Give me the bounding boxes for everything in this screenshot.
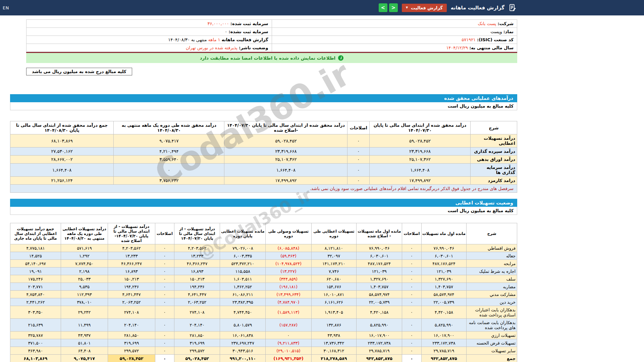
column-header: تسهیلات اعطایی طی دوره [311,223,357,244]
value-cell: ۰ [402,252,421,260]
amounts-unit-box: کلیه مبالغ درج شده به میلیون ریال می باش… [26,68,132,75]
table-row: جعاله۶,۰۳۰,۶۰۱۰۶,۰۳۰,۶۰۱۳۲,۰۹۷(۵۹,۳۶۳)۶,… [10,252,517,260]
value-cell: ۱۶,۰۱۰,۸۷۱ [311,291,357,298]
value-cell: ۱,۶۰۳,۵۱۱ [220,275,266,283]
report-type-dropdown[interactable]: گزارش فعالیت ▼ [402,4,447,12]
value-cell: ۰ [402,291,421,298]
value-cell: ۱۶,۸۹۳ [174,267,220,275]
value-cell: ۱۶,۰۱۷,۹۰۰ [421,331,467,339]
company-row: شرکت: پست بانک سرمایه ثبت شده: ۳۶,۰۰۰,۰۰… [26,20,517,28]
nav-back-button[interactable]: < [379,3,387,12]
company-info-table: شرکت: پست بانک سرمایه ثبت شده: ۳۶,۰۰۰,۰۰… [26,19,517,52]
value-cell: ۴,۷۴۴,۴۵۰ [220,306,266,319]
value-cell: ۰ [347,177,370,185]
value-cell: ۱,۶۶۴,۴۰۸ [370,164,471,177]
row-label: اجاره به شرط تملیک [467,267,517,275]
value-cell: ۴,۲۱۰,۴۹۴ [114,147,224,156]
company-row: سال مالی منتهی به: ۱۴۰۴/۱۲/۲۹ وضعیت ناشر… [26,44,517,52]
company-cell: سرمایه ثبت شده: ۳۶,۰۰۰,۰۰۰ [26,20,272,28]
value-cell: ۰ [155,347,174,355]
column-header: اصلاحات [347,121,370,134]
value-cell: ۳۰۳,۳۵۰ [10,306,61,319]
value-cell: ۱۲۱,۰۳۹ [421,267,467,275]
value-cell: ۱۴۱,۱۷۴,۲۱۰ [311,260,357,267]
value-cell: ۳۲۵,۷۸۷ [10,331,61,339]
value-cell: ۸,۱۲۱,۸۱۰ [311,244,357,252]
value-cell: ۱۳,۲۳۳ [108,252,155,260]
value-cell: ۲۲,۰۰۵,۷۳۹ [421,298,467,306]
value-cell: ۰ [402,275,421,283]
chevron-left-icon: < [381,5,385,11]
topbar-right-group: گزارش فعالیت ماهانه گزارش فعالیت ▼ > < [379,3,517,12]
value-cell: ۰ [155,244,174,252]
value-cell: ۲۹,۷۸۵,۷۱۹ [357,347,402,355]
column-header: مانده اول ماه تسهیلات - اصلاح شده [357,223,402,244]
value-cell: ۷۶,۹۹۰,۰۴۶ [421,244,467,252]
value-cell: (۱,۵۸۹,۱۱۳) [266,306,311,319]
company-label: شرکت: [498,21,514,26]
row-label: درآمد اوراق بدهی [470,156,517,164]
value-cell: ۰ [402,319,421,331]
value-cell: ۱۳,۲۳۳ [174,252,220,260]
value-cell: ۱۷,۴۹۹,۸۹۲ [224,177,347,185]
report-period-suffix: منتهی به ۱۴۰۴/۰۸/۳۰ [168,37,207,42]
value-cell: ۲۹,۲۴۲ [61,306,108,319]
operating-income-table: شرحدرآمد محقق شده از ابتدای سال مالی تا … [10,121,517,193]
value-cell: ۲۷۴,۱۰۸ [108,306,155,319]
value-cell: ۵۹,۰۲۸,۴۵۲ [224,134,347,147]
language-toggle[interactable]: EN [3,5,9,10]
column-header: تسهیلات وصولی طی دوره [266,223,311,244]
issuer-status-label: وضعیت ناشر: [239,45,268,50]
value-cell: ۲۲,۰۰۵,۷۳۹ [357,298,402,306]
value-cell: ۰ [402,283,421,291]
column-header: درآمد محقق شده از ابتدای سال مالی تا پای… [224,121,347,134]
value-cell: ۶,۰۳۰,۶۰۱ [357,252,402,260]
value-cell: ۲۳,۳۱۹,۶۶۸ [224,147,347,156]
table-row: سایر تسهیلات۲۹,۷۸۵,۷۱۹۰۲۹,۷۸۵,۷۱۹۳۰,۱۶۸,… [10,347,517,355]
value-cell: ۶۸,۱۰۳,۸۶۹ [10,134,114,147]
company-cell: وضعیت ناشر: پذیرفته شده در بورس تهران [26,44,272,52]
value-cell: ۰ [155,339,174,347]
column-header: شرح [470,121,517,134]
value-cell: ۳۶۳,۹۸۰ [10,347,61,355]
unit-note-loans: کلیه مبالغ به میلیون ریال است [10,207,517,215]
topbar-inner: گزارش فعالیت ماهانه گزارش فعالیت ▼ > < E… [0,0,519,15]
value-cell: ۲۷,۵۳۰,۱۶۲ [10,147,114,156]
nav-forward-button[interactable]: > [389,3,398,12]
company-cell: گزارش فعالیت ماهانه ۱ ماهه منتهی به ۱۴۰۴… [26,36,272,44]
value-cell: ۲۰۴,۱۴۰ [108,319,155,331]
table-row: بدهکاران بابت ضمانت نامه های پرداخت شده۵… [10,319,517,331]
value-cell: ۳۱۹,۶۹۹ [174,339,220,347]
value-cell: ۷,۷۴۶ [311,267,357,275]
value-cell: ۰ [347,147,370,156]
value-cell: ۹,۵۳۵ [61,283,108,291]
value-cell: (۳۴۴,۸۵۹) [266,275,311,283]
value-cell: ۹۴۲,۸۵۲,۸۷۵ [357,355,402,362]
value-cell: ۴,۲۰۳,۵۶۲ [174,244,220,252]
value-cell: ۱,۹۱۳,۴۰۵ [311,306,357,319]
value-cell: ۰ [155,355,174,362]
report-period-highlight: ۱ ماهه [208,37,220,42]
value-cell: ۱۵۴,۶۷۶ [311,283,357,291]
value-cell: ۱۶,۰۶۱,۸۳۸ [220,331,266,339]
value-cell: ۵,۸۲۵,۹۹۰ [357,319,402,331]
row-label: مضاربه [467,283,517,291]
table-row: درآمد تسهیلات اعطایی۵۹,۰۲۸,۴۵۲۰۵۹,۰۲۸,۴۵… [10,134,517,147]
value-cell: ۱,۴۰۳,۷۵۷ [421,283,467,291]
value-cell: ۰ [266,331,311,339]
value-cell: ۲۸,۶۶۷,۰۰۲ [10,156,114,164]
section-header-loans: وضعیت تسهیلات اعطایی [10,199,517,207]
table-row: بدهکاران بابت اعتبارات اسنادي پرداخت شده… [10,306,517,319]
value-cell: ۲,۰۶۳,۲۵۲ [108,298,155,306]
column-header: جمع درآمد تسهیلات اعطایی از ابتدای سال م… [10,223,61,244]
value-cell: ۵۹,۰۲۸,۴۵۲ [174,355,220,362]
value-cell: ۱۶,۰۱۷,۹۰۰ [357,331,402,339]
row-label: بدهکاران بابت ضمانت نامه های پرداخت شده [467,319,517,331]
value-cell: ۲۳,۳۱۹,۶۶۸ [370,147,471,156]
company-value: پست بانک [478,21,496,26]
issuer-status-value: پذیرفته شده در بورس تهران [186,45,237,50]
symbol-value: وپست [490,29,502,34]
value-cell: ۴,۷۵۳,۸۴۰ [10,291,61,298]
value-cell: ۲۹,۷۸۵,۷۱۹ [421,347,467,355]
company-cell: کد صنعت (ISIC): ۵۷۱۹۲۱ [272,36,517,44]
